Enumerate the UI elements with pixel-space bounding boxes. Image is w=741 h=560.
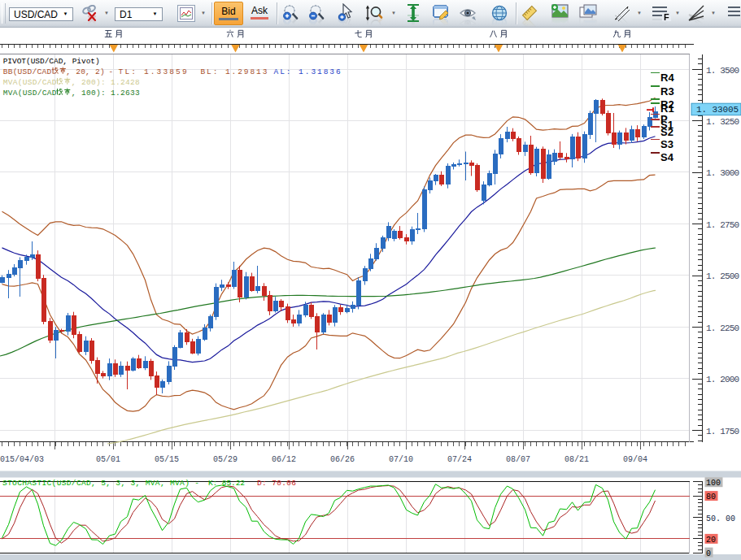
- svg-text:-: -: [109, 67, 114, 76]
- svg-text:07/24: 07/24: [447, 455, 472, 464]
- svg-text:08/07: 08/07: [506, 455, 530, 464]
- svg-text:05/01: 05/01: [96, 455, 120, 464]
- svg-text:0: 0: [706, 549, 711, 558]
- svg-text:F: F: [664, 12, 669, 22]
- svg-text:100: 100: [706, 479, 721, 488]
- svg-text:AL: 1.31836: AL: 1.31836: [274, 67, 341, 76]
- svg-text:STOCHASTIC(USD/CAD, 5, 3, 3, M: STOCHASTIC(USD/CAD, 5, 3, 3, MVA, MVA) -: [2, 479, 199, 488]
- svg-text:1. 2250: 1. 2250: [706, 323, 739, 333]
- svg-text:R4: R4: [660, 72, 674, 84]
- svg-text:07/10: 07/10: [389, 455, 413, 464]
- svg-text:80: 80: [706, 493, 716, 501]
- svg-text:MVA(USD/CAD. , 100): 1.2633: MVA(USD/CAD. , 100): 1.2633: [3, 89, 140, 98]
- svg-text:MVA(USD/CAD. , 200): 1.2428: MVA(USD/CAD. , 200): 1.2428: [3, 78, 140, 87]
- svg-text:S4: S4: [660, 151, 674, 163]
- svg-text:1. 3500: 1. 3500: [706, 66, 739, 76]
- svg-text:50. 00: 50. 00: [706, 514, 735, 523]
- svg-text:1. 2500: 1. 2500: [706, 271, 739, 281]
- svg-text:06/26: 06/26: [330, 455, 355, 464]
- svg-text:1. 3250: 1. 3250: [706, 117, 739, 127]
- svg-text:1. 2750: 1. 2750: [706, 220, 739, 230]
- svg-text:S3: S3: [660, 138, 673, 150]
- svg-text:PIVOT(USD/CAD, Pivot): PIVOT(USD/CAD, Pivot): [3, 57, 100, 66]
- svg-text:05/15: 05/15: [155, 455, 179, 464]
- svg-text:1. 3000: 1. 3000: [706, 168, 739, 178]
- svg-text:1. 2000: 1. 2000: [706, 375, 739, 384]
- svg-text:R3: R3: [660, 85, 674, 98]
- svg-text:09/04: 09/04: [623, 455, 647, 464]
- svg-text:TL: 1.33859: TL: 1.33859: [119, 67, 187, 76]
- svg-text:05/29: 05/29: [213, 455, 238, 464]
- svg-text:S2: S2: [660, 126, 673, 138]
- svg-text:08/21: 08/21: [564, 455, 589, 464]
- svg-text:1. 1750: 1. 1750: [706, 427, 739, 436]
- svg-text:2015/04/03: 2015/04/03: [0, 455, 44, 464]
- svg-text:K: 85.22: K: 85.22: [208, 479, 245, 488]
- svg-text:06/12: 06/12: [272, 455, 296, 464]
- svg-text:BB(USD/CAD. , 20, 2): BB(USD/CAD. , 20, 2): [3, 67, 105, 76]
- svg-text:BL: 1.29813: BL: 1.29813: [200, 67, 267, 76]
- svg-text:1. 33005: 1. 33005: [696, 105, 739, 115]
- svg-text:D: 70.06: D: 70.06: [257, 479, 296, 488]
- svg-text:20: 20: [706, 536, 716, 545]
